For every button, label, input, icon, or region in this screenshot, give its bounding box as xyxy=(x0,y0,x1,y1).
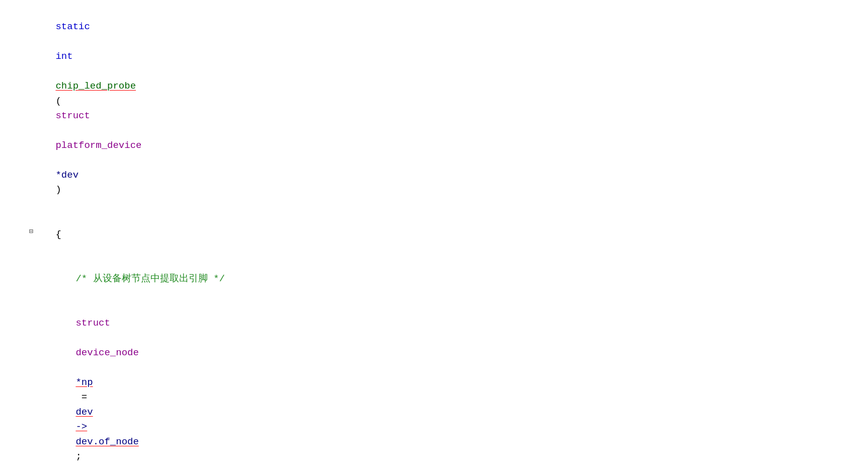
space xyxy=(55,36,61,47)
paren-close: ) xyxy=(55,184,61,195)
space xyxy=(55,125,61,136)
param-platform-device: platform_device xyxy=(55,140,141,151)
var-dev-of-node: dev.of_node xyxy=(75,436,138,447)
paren-open: ( xyxy=(55,96,61,107)
gutter-4 xyxy=(0,301,16,302)
line-3-content: /* 从设备树节点中提取出引脚 */ xyxy=(36,257,868,301)
semicolon: ; xyxy=(75,451,81,462)
line-4-content: struct device_node *np = dev -> dev.of_n… xyxy=(36,301,868,472)
sp: = xyxy=(75,391,93,403)
space xyxy=(55,66,61,77)
code-line-4: struct device_node *np = dev -> dev.of_n… xyxy=(0,301,868,472)
line-2-content: { xyxy=(16,212,868,257)
open-brace: { xyxy=(55,229,61,240)
var-dev-arrow: dev xyxy=(75,407,93,418)
param-type-struct: struct xyxy=(55,110,90,121)
kw-struct-2: struct xyxy=(75,318,110,329)
keyword-static: static xyxy=(55,21,90,32)
line-1-content: static int chip_led_probe ( struct platf… xyxy=(16,5,868,212)
param-star-dev: *dev xyxy=(55,170,78,181)
var-np: *np xyxy=(75,377,93,388)
gutter-1 xyxy=(0,5,16,6)
sp xyxy=(75,333,81,344)
arrow-op: -> xyxy=(75,421,87,432)
keyword-int: int xyxy=(55,51,72,62)
function-chip-led-probe: chip_led_probe xyxy=(55,81,136,92)
gutter-2: ⊟ xyxy=(0,212,16,250)
code-container: static int chip_led_probe ( struct platf… xyxy=(0,0,868,472)
code-line-3: /* 从设备树节点中提取出引脚 */ xyxy=(0,257,868,301)
comment-1: /* 从设备树节点中提取出引脚 */ xyxy=(75,273,224,284)
sp xyxy=(75,362,81,373)
type-device-node: device_node xyxy=(75,347,138,358)
gutter-3 xyxy=(0,257,16,257)
code-line-2: ⊟ { xyxy=(0,212,868,257)
code-line-1: static int chip_led_probe ( struct platf… xyxy=(0,5,868,212)
space xyxy=(55,154,61,166)
